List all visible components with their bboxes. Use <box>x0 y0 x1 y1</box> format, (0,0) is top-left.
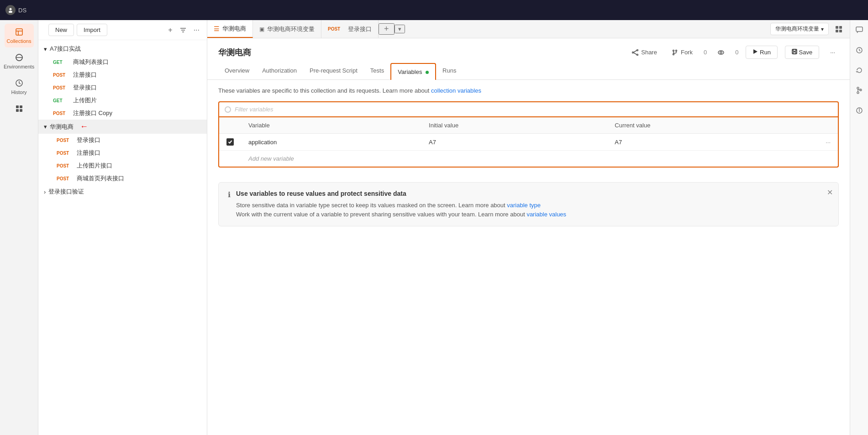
tree-group-login-verify-label: 登录接口验证 <box>48 188 84 196</box>
collection-variables-link[interactable]: collection variables <box>431 87 481 94</box>
tree-item-label: 登录接口 <box>73 84 97 92</box>
table-header-row: Variable Initial value Current value <box>219 117 838 134</box>
collections-header: New Import + ··· <box>38 20 207 40</box>
tree-item-register[interactable]: POST 注册接口 <box>38 68 207 81</box>
add-tab-button[interactable]: + <box>379 23 395 35</box>
method-badge-post: POST <box>328 26 345 31</box>
inner-tabs: Overview Authorization Pre-request Scrip… <box>207 63 850 80</box>
tree-item-huace-upload[interactable]: POST 上传图片接口 <box>38 159 207 172</box>
tree-item-huace-login[interactable]: POST 登录接口 <box>38 134 207 147</box>
collection-action-buttons: New Import <box>44 24 112 36</box>
tab-label: 登录接口 <box>348 25 372 33</box>
save-label: Save <box>799 49 813 56</box>
collections-tree: ▾ A7接口实战 GET 商城列表接口 POST 注册接口 POST 登录接口 … <box>38 40 207 435</box>
tree-item-upload-img[interactable]: GET 上传图片 <box>38 94 207 107</box>
variables-table: Variable Initial value Current value <box>219 117 838 167</box>
watch-button[interactable] <box>714 47 728 58</box>
svg-point-0 <box>10 8 12 10</box>
tab-huace-collection[interactable]: ☰ 华测电商 <box>207 20 253 38</box>
save-button[interactable]: Save <box>785 46 819 59</box>
svg-point-22 <box>673 53 674 55</box>
table-cell-variable[interactable]: application <box>241 134 421 151</box>
sidebar-item-collections[interactable]: Collections <box>5 24 34 47</box>
new-button[interactable]: New <box>48 24 74 36</box>
env-selector-chevron: ▾ <box>821 26 824 32</box>
sidebar-item-more[interactable] <box>5 100 34 117</box>
svg-rect-8 <box>20 105 22 108</box>
svg-rect-10 <box>20 109 22 112</box>
import-button[interactable]: Import <box>77 24 107 36</box>
svg-rect-14 <box>839 30 842 32</box>
variable-checkbox[interactable] <box>226 138 234 146</box>
tree-item-shicheng-list[interactable]: GET 商城列表接口 <box>38 56 207 68</box>
grid-view-button[interactable] <box>832 23 845 36</box>
row-more-icon[interactable]: ··· <box>826 139 831 146</box>
tab-huace-env[interactable]: ▣ 华测电商环境变量 <box>253 20 321 38</box>
table-cell-initial[interactable]: A7 <box>421 134 607 151</box>
fork-button[interactable]: Fork <box>668 47 696 58</box>
sidebar-item-environments[interactable]: Environments <box>5 49 34 73</box>
tree-item-huace-register[interactable]: POST 注册接口 <box>38 147 207 159</box>
tab-pre-request-script[interactable]: Pre-request Script <box>303 63 364 79</box>
history-icon-button[interactable] <box>853 44 866 57</box>
method-badge-post: POST <box>57 163 74 168</box>
tab-pre-request-label: Pre-request Script <box>310 67 358 74</box>
svg-line-19 <box>634 52 637 54</box>
table-add-variable-cell[interactable]: Add new variable <box>241 151 838 167</box>
svg-rect-9 <box>16 109 19 112</box>
filter-placeholder: Filter variables <box>235 106 274 113</box>
content-area: 华测电商 Share Fork 0 0 <box>207 38 850 435</box>
filter-collections-button[interactable] <box>178 25 188 35</box>
tab-overview-label: Overview <box>225 67 249 74</box>
table-cell-checkbox[interactable] <box>219 134 241 151</box>
collection-title: 华测电商 <box>218 47 251 58</box>
variable-type-link[interactable]: variable type <box>507 202 541 209</box>
collections-header-actions: + ··· <box>166 25 201 35</box>
variable-values-link[interactable]: variable values <box>526 211 566 218</box>
tree-group-a7-header[interactable]: ▾ A7接口实战 <box>38 42 207 56</box>
add-variable-label: Add new variable <box>248 155 294 162</box>
tree-group-login-verify-header[interactable]: › 登录接口验证 <box>38 185 207 199</box>
add-collection-button[interactable]: + <box>166 25 174 35</box>
git-icon-button[interactable] <box>853 84 866 97</box>
tab-variables[interactable]: Variables <box>390 63 436 80</box>
share-button[interactable]: Share <box>628 47 661 58</box>
sidebar-item-history[interactable]: History <box>5 75 34 99</box>
tab-tests[interactable]: Tests <box>364 63 390 79</box>
info-banner-close-button[interactable]: ✕ <box>827 188 833 197</box>
env-selector[interactable]: 华测电商环境变量 ▾ <box>770 23 829 35</box>
method-badge-get: GET <box>53 98 70 103</box>
more-collections-button[interactable]: ··· <box>192 25 201 35</box>
svg-point-17 <box>637 54 638 55</box>
tree-item-register-copy[interactable]: POST 注册接口 Copy <box>38 107 207 120</box>
table-cell-current[interactable]: A7 <box>607 134 818 151</box>
tree-group-huace-header[interactable]: ▾ 华测电商 ← <box>38 120 207 134</box>
tab-authorization[interactable]: Authorization <box>256 63 303 79</box>
svg-rect-27 <box>793 49 796 51</box>
table-header-variable: Variable <box>241 117 421 134</box>
method-badge-post: POST <box>57 138 74 143</box>
tab-login-api[interactable]: POST 登录接口 <box>321 20 379 38</box>
run-button[interactable]: Run <box>746 46 777 59</box>
sync-icon-button[interactable] <box>853 64 866 77</box>
info-text-1: Store sensitive data in variable type se… <box>236 202 505 209</box>
tree-group-huace-label: 华测电商 <box>50 123 74 131</box>
svg-rect-11 <box>836 26 838 29</box>
comments-icon-button[interactable] <box>853 24 866 37</box>
share-label: Share <box>641 49 657 56</box>
tab-runs[interactable]: Runs <box>436 63 463 79</box>
tree-item-login[interactable]: POST 登录接口 <box>38 81 207 94</box>
more-actions-button[interactable]: ··· <box>826 47 839 58</box>
user-info: DS <box>5 5 26 15</box>
table-add-row: Add new variable <box>219 151 838 167</box>
svg-point-37 <box>859 109 859 110</box>
info-icon-button[interactable] <box>853 104 866 117</box>
table-cell-more[interactable]: ··· <box>818 134 838 151</box>
filter-radio[interactable] <box>225 106 231 113</box>
svg-line-18 <box>634 50 637 52</box>
collection-icon: ☰ <box>214 25 220 32</box>
tab-dropdown-button[interactable]: ▾ <box>395 25 405 33</box>
tree-item-huace-mall-list[interactable]: POST 商城首页列表接口 <box>38 172 207 185</box>
tab-overview[interactable]: Overview <box>218 63 256 79</box>
variables-desc-text: These variables are specific to this col… <box>218 87 429 94</box>
